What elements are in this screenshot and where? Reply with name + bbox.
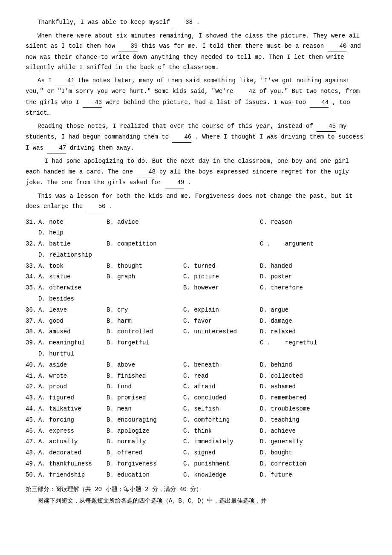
question-31-d: D. help bbox=[26, 228, 366, 238]
blank-39: 39 bbox=[118, 41, 138, 52]
blank-38: 38 bbox=[173, 17, 193, 28]
question-39: 39. A. meaningful B. forgetful C . regre… bbox=[26, 338, 366, 348]
blank-41: 41 bbox=[55, 75, 75, 87]
question-35-d: D. besides bbox=[26, 294, 366, 304]
blank-46: 46 bbox=[172, 132, 191, 143]
passage-para4: Reading those notes, I realized that ove… bbox=[26, 121, 366, 154]
question-35: 35. A. otherwise B. however C. therefore bbox=[26, 283, 366, 293]
question-33: 33. A. took B. thought C. turned D. hand… bbox=[26, 261, 366, 272]
question-39-d: D. hurtful bbox=[26, 349, 366, 359]
blank-48: 48 bbox=[136, 167, 156, 178]
passage-para1: Thankfully, I was able to keep myself 38… bbox=[26, 17, 366, 28]
question-40: 40. A. aside B. above C. beneath D. behi… bbox=[26, 360, 366, 370]
question-43: 43. A. figured B. promised C. concluded … bbox=[26, 393, 366, 403]
section3-intro: 阅读下列短文，从每题短文所给各题的四个选项（A、B、C、D）中，选出最佳选项，并 bbox=[26, 496, 366, 506]
options-section: 31. A. note B. advice C. reason D. help … bbox=[26, 217, 366, 480]
blank-50: 50 bbox=[86, 201, 106, 212]
question-50: 50. A. friendship B. education C. knowle… bbox=[26, 470, 366, 480]
blank-47: 47 bbox=[47, 143, 66, 154]
question-45: 45. A. forcing B. encouraging C. comfort… bbox=[26, 415, 366, 425]
question-49: 49. A. thankfulness B. forgiveness C. pu… bbox=[26, 459, 366, 469]
section3-header: 第三部分：阅读理解（共 20 小题；每小题 2 分，满分 40 分） bbox=[26, 485, 366, 494]
blank-40: 40 bbox=[328, 41, 347, 52]
question-42: 42. A. proud B. fond C. afraid D. ashame… bbox=[26, 382, 366, 392]
passage-para2: When there were about six minutes remain… bbox=[26, 31, 366, 73]
question-32: 32. A. battle B. competition C . argumen… bbox=[26, 239, 366, 249]
question-44: 44. A. talkative B. mean C. selfish D. t… bbox=[26, 404, 366, 414]
passage-para5: I had some apologizing to do. But the ne… bbox=[26, 156, 366, 188]
blank-44: 44 bbox=[310, 97, 329, 108]
blank-49: 49 bbox=[165, 177, 184, 188]
blank-45: 45 bbox=[317, 121, 336, 132]
reading-passage: Thankfully, I was able to keep myself 38… bbox=[26, 17, 366, 212]
question-46: 46. A. express B. apologize C. think D. … bbox=[26, 426, 366, 436]
question-47: 47. A. actually B. normally C. immediate… bbox=[26, 437, 366, 447]
question-38: 38. A. amused B. controlled C. uninteres… bbox=[26, 327, 366, 337]
blank-42: 42 bbox=[237, 86, 256, 97]
question-48: 48. A. decorated B. offered C. signed D.… bbox=[26, 448, 366, 458]
question-34: 34. A. statue B. graph C. picture D. pos… bbox=[26, 272, 366, 282]
question-37: 37. A. good B. harm C. favor D. damage bbox=[26, 316, 366, 327]
question-41: 41. A. wrote B. finished C. read D. coll… bbox=[26, 371, 366, 382]
passage-para3: As I 41 the notes later, many of them sa… bbox=[26, 75, 366, 119]
passage-para6: This was a lesson for both the kids and … bbox=[26, 191, 366, 212]
question-31: 31. A. note B. advice C. reason bbox=[26, 217, 366, 228]
blank-43: 43 bbox=[83, 97, 102, 108]
question-36: 36. A. leave B. cry C. explain D. argue bbox=[26, 305, 366, 315]
question-32-d: D. relationship bbox=[26, 250, 366, 260]
